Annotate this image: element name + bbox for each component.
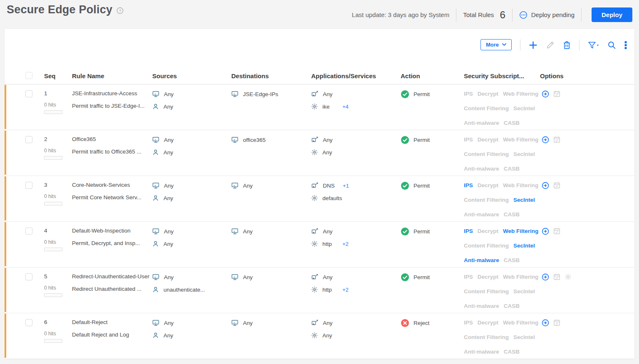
search-icon[interactable] bbox=[607, 41, 616, 50]
item-label: JSE-Edge-IPs bbox=[243, 91, 278, 97]
subscription-content-filtering: Content Filtering bbox=[464, 288, 509, 295]
item-label: Any bbox=[322, 332, 337, 339]
subscription-web-filtering: Web Filtering bbox=[503, 136, 538, 143]
destinations-cell: Any bbox=[231, 313, 311, 359]
options-cell bbox=[540, 267, 634, 313]
rule-row: 1 0 hits JSE-Infrastructure-Access Permi… bbox=[5, 84, 634, 130]
page-title: Secure Edge Policy bbox=[7, 3, 112, 16]
destinations-cell: Any bbox=[231, 222, 311, 267]
item-label: Any bbox=[243, 228, 257, 235]
item-label: Any bbox=[243, 274, 257, 280]
row-checkbox[interactable] bbox=[25, 228, 32, 235]
subscription-ips: IPS bbox=[464, 319, 473, 326]
hit-count: 0 hits bbox=[44, 239, 72, 245]
rule-name[interactable]: Core-Network-Services bbox=[72, 181, 150, 189]
rule-description: Permit traffic to JSE-Edge-I... bbox=[72, 102, 150, 110]
redirect-icon[interactable] bbox=[542, 136, 549, 144]
redirect-icon[interactable] bbox=[542, 90, 549, 98]
row-checkbox[interactable] bbox=[25, 136, 32, 143]
addresses-icon bbox=[152, 136, 159, 143]
deploy-pending-label: Deploy pending bbox=[531, 11, 575, 18]
rule-name[interactable]: JSE-Infrastructure-Access bbox=[72, 89, 150, 98]
subscription-decrypt: Decrypt bbox=[478, 182, 498, 188]
subscription-web-filtering: Web Filtering bbox=[503, 182, 538, 188]
hits-progress-bar bbox=[44, 293, 62, 297]
row-checkbox[interactable] bbox=[25, 182, 32, 189]
rule-name[interactable]: Office365 bbox=[72, 135, 150, 144]
help-icon[interactable]: ? bbox=[116, 7, 124, 14]
row-checkbox[interactable] bbox=[25, 90, 32, 97]
page-header: Secure Edge Policy ? Last update: 3 days… bbox=[0, 0, 639, 28]
subscription-decrypt: Decrypt bbox=[478, 319, 498, 326]
policy-table-card: More Seq Rule Name Sources Destinations … bbox=[4, 28, 635, 359]
applications-icon bbox=[311, 91, 318, 97]
subscriptions-cell: IPSDecryptWeb FilteringContent Filtering… bbox=[464, 267, 540, 313]
rule-name[interactable]: Default-Web-Inspection bbox=[72, 227, 150, 235]
subscription-web-filtering: Web Filtering bbox=[503, 228, 538, 234]
permit-icon bbox=[401, 136, 409, 144]
more-count[interactable]: +4 bbox=[342, 104, 349, 110]
more-button[interactable]: More bbox=[480, 39, 512, 50]
applications-cell: Anyhttp+2 bbox=[311, 222, 401, 267]
row-checkbox[interactable] bbox=[25, 319, 32, 326]
item-label: Any bbox=[164, 91, 178, 97]
redirect-icon[interactable] bbox=[542, 228, 549, 235]
destinations-cell: office365 bbox=[231, 130, 311, 176]
item-label: Any bbox=[164, 137, 178, 143]
subscription-anti-malware: Anti-malware bbox=[464, 257, 499, 263]
column-header-rule-name: Rule Name bbox=[72, 72, 152, 79]
services-icon bbox=[311, 240, 318, 247]
item-label: Any bbox=[243, 183, 257, 189]
action-label: Permit bbox=[414, 137, 430, 143]
item-label: Any bbox=[323, 274, 337, 280]
rule-row: 4 0 hits Default-Web-Inspection Permit, … bbox=[5, 222, 634, 267]
select-all-checkbox[interactable] bbox=[25, 72, 32, 79]
services-icon bbox=[311, 332, 318, 339]
rule-description: Permit Core Network Serv... bbox=[72, 193, 150, 202]
subscription-content-filtering: Content Filtering bbox=[464, 197, 509, 203]
schedule-icon[interactable] bbox=[553, 273, 560, 280]
menu-kebab-icon[interactable] bbox=[624, 41, 627, 50]
item-label: Any bbox=[164, 274, 178, 280]
options-cell bbox=[540, 130, 634, 176]
schedule-icon[interactable] bbox=[553, 136, 560, 143]
permit-icon bbox=[401, 227, 409, 236]
services-icon bbox=[311, 103, 318, 110]
more-count[interactable]: +2 bbox=[342, 241, 349, 247]
more-count[interactable]: +1 bbox=[343, 183, 349, 189]
add-icon[interactable] bbox=[529, 41, 537, 50]
rule-name[interactable]: Redirect-Unauthenticated-Users bbox=[72, 272, 150, 281]
row-checkbox[interactable] bbox=[25, 273, 32, 280]
more-count[interactable]: +2 bbox=[342, 287, 349, 293]
edit-icon[interactable] bbox=[546, 41, 555, 50]
deploy-button[interactable]: Deploy bbox=[592, 7, 632, 22]
subscription-casb: CASB bbox=[504, 349, 520, 355]
redirect-icon[interactable] bbox=[542, 273, 549, 281]
schedule-icon[interactable] bbox=[553, 319, 560, 326]
subscription-web-filtering: Web Filtering bbox=[503, 319, 538, 326]
column-header-action: Action bbox=[401, 72, 464, 79]
rule-seq: 2 bbox=[44, 135, 72, 144]
subscriptions-cell: IPSDecryptWeb FilteringContent Filtering… bbox=[464, 84, 540, 130]
applications-cell: DNS+1defaults bbox=[311, 176, 401, 221]
rule-seq: 4 bbox=[44, 227, 72, 235]
schedule-icon[interactable] bbox=[553, 228, 560, 235]
addresses-icon bbox=[231, 182, 238, 189]
settings-icon[interactable] bbox=[565, 273, 572, 280]
delete-icon[interactable] bbox=[563, 41, 571, 50]
rule-seq: 3 bbox=[44, 181, 72, 189]
total-rules-value: 6 bbox=[500, 9, 505, 21]
filter-icon[interactable] bbox=[588, 41, 599, 50]
hit-count: 0 hits bbox=[44, 102, 72, 108]
action-cell: Permit bbox=[401, 267, 464, 313]
redirect-icon[interactable] bbox=[542, 182, 549, 189]
permit-icon bbox=[401, 273, 409, 282]
schedule-icon[interactable] bbox=[553, 90, 560, 97]
addresses-icon bbox=[152, 91, 159, 97]
redirect-icon[interactable] bbox=[542, 319, 549, 327]
user-icon bbox=[152, 149, 159, 156]
subscription-secintel: SecIntel bbox=[513, 197, 535, 203]
addresses-icon bbox=[152, 319, 159, 326]
schedule-icon[interactable] bbox=[553, 182, 560, 189]
rule-name[interactable]: Default-Reject bbox=[72, 318, 150, 327]
